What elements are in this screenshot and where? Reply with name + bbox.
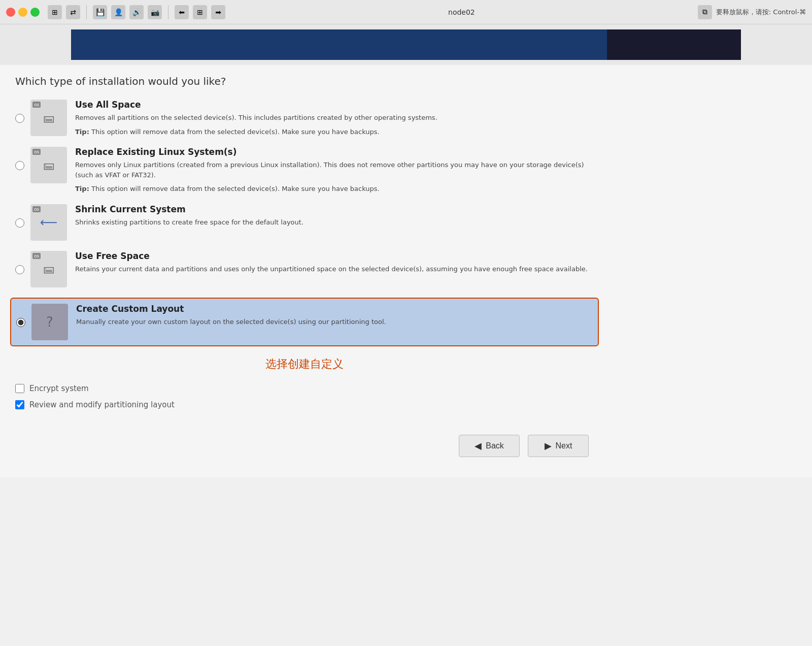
option-title-5: Create Custom Layout <box>76 304 593 314</box>
close-button[interactable] <box>6 8 15 17</box>
option-desc-5: Manually create your own custom layout o… <box>76 317 593 327</box>
tb-icon-2[interactable]: ⇄ <box>66 5 80 19</box>
tb-icon-7[interactable]: ⬅ <box>175 5 189 19</box>
tip-text-2: This option will remove data from the se… <box>89 185 380 192</box>
back-arrow-icon: ◀ <box>475 440 482 451</box>
option-tip-1: Tip: This option will remove data from t… <box>75 127 594 137</box>
bottom-buttons: ◀ Back ▶ Next <box>10 425 599 467</box>
traffic-lights <box>6 8 40 17</box>
tb-icon-5[interactable]: 🔊 <box>129 5 144 19</box>
radio-use-all-space[interactable] <box>15 114 24 123</box>
tip-text-1: This option will remove data from the se… <box>89 128 380 136</box>
option-title-3: Shrink Current System <box>75 204 594 214</box>
tb-icon-6[interactable]: 📷 <box>148 5 162 19</box>
option-text-4: Use Free Space Retains your current data… <box>75 251 594 278</box>
icon-shrink-current: os ⟵ <box>30 204 67 241</box>
checkbox-row-review: Review and modify partitioning layout <box>15 400 594 409</box>
icon-create-custom-layout: ? <box>31 304 68 340</box>
release-hint: 要释放鼠标，请按: Control-⌘ <box>716 8 806 17</box>
next-label: Next <box>556 441 572 450</box>
radio-replace-existing[interactable] <box>15 161 24 170</box>
option-text-5: Create Custom Layout Manually create you… <box>76 304 593 331</box>
option-title-1: Use All Space <box>75 100 594 110</box>
main-content: Which type of installation would you lik… <box>0 65 812 477</box>
hdd-icon-2: 🖴 <box>43 159 54 172</box>
review-partitioning-label: Review and modify partitioning layout <box>29 400 175 409</box>
radio-shrink-current[interactable] <box>15 218 24 228</box>
back-button[interactable]: ◀ Back <box>459 435 520 457</box>
tb-icon-8[interactable]: ⊞ <box>193 5 207 19</box>
option-use-free-space: os 🖴 Use Free Space Retains your current… <box>10 251 599 287</box>
option-title-4: Use Free Space <box>75 251 594 261</box>
os-label-3: os <box>32 206 41 212</box>
option-use-all-space: os 🖴 Use All Space Removes all partition… <box>10 100 599 137</box>
shrink-icon: ⟵ <box>40 215 57 230</box>
tb-icon-3[interactable]: 💾 <box>93 5 107 19</box>
progress-bar-fill <box>71 29 607 60</box>
tb-icon-9[interactable]: ➡ <box>211 5 225 19</box>
option-replace-existing: os 🖴 Replace Existing Linux System(s) Re… <box>10 147 599 194</box>
option-desc-4: Retains your current data and partitions… <box>75 264 594 274</box>
vm-title: node02 <box>229 8 694 16</box>
tb-icon-4[interactable]: 👤 <box>111 5 125 19</box>
option-desc-1: Removes all partitions on the selected d… <box>75 113 594 123</box>
encrypt-system-label: Encrypt system <box>29 384 89 393</box>
icon-use-all-space: os 🖴 <box>30 100 67 136</box>
progress-bar <box>71 29 741 60</box>
option-text-2: Replace Existing Linux System(s) Removes… <box>75 147 594 194</box>
checkbox-row-encrypt: Encrypt system <box>15 384 594 393</box>
option-desc-2: Removes only Linux partitions (created f… <box>75 160 594 180</box>
review-partitioning-checkbox[interactable] <box>15 400 24 409</box>
option-desc-3: Shrinks existing partitions to create fr… <box>75 217 594 228</box>
option-title-2: Replace Existing Linux System(s) <box>75 147 594 157</box>
radio-create-custom-layout[interactable] <box>16 318 25 327</box>
os-label-2: os <box>32 149 41 155</box>
option-tip-2: Tip: This option will remove data from t… <box>75 184 594 194</box>
maximize-button[interactable] <box>30 8 40 17</box>
radio-use-free-space[interactable] <box>15 265 24 274</box>
next-button[interactable]: ▶ Next <box>528 435 589 457</box>
tip-label-2: Tip: <box>75 185 89 192</box>
hdd-icon-4: 🖴 <box>43 263 54 275</box>
icon-use-free-space: os 🖴 <box>30 251 67 287</box>
titlebar: ⊞ ⇄ 💾 👤 🔊 📷 ⬅ ⊞ ➡ node02 ⧉ 要释放鼠标，请按: Con… <box>0 0 812 24</box>
encrypt-system-checkbox[interactable] <box>15 384 24 393</box>
option-create-custom-layout[interactable]: ? Create Custom Layout Manually create y… <box>10 298 599 346</box>
tb-icon-1[interactable]: ⊞ <box>48 5 62 19</box>
back-label: Back <box>486 441 504 450</box>
option-shrink-current: os ⟵ Shrink Current System Shrinks exist… <box>10 204 599 241</box>
option-text-3: Shrink Current System Shrinks existing p… <box>75 204 594 232</box>
next-arrow-icon: ▶ <box>545 440 552 451</box>
page-question: Which type of installation would you lik… <box>10 75 599 87</box>
os-label-4: os <box>32 253 41 259</box>
annotation-text: 选择创建自定义 <box>10 357 599 372</box>
os-label-1: os <box>32 102 41 108</box>
hdd-icon-1: 🖴 <box>43 112 54 124</box>
tb-separator-2 <box>168 5 168 19</box>
question-icon: ? <box>46 314 53 330</box>
minimize-button[interactable] <box>18 8 27 17</box>
tip-label-1: Tip: <box>75 128 89 136</box>
tb-icon-10[interactable]: ⧉ <box>698 5 712 19</box>
checkbox-section: Encrypt system Review and modify partiti… <box>10 384 599 409</box>
icon-replace-existing: os 🖴 <box>30 147 67 183</box>
tb-separator-1 <box>86 5 87 19</box>
content-area: Which type of installation would you lik… <box>0 65 609 477</box>
option-text-1: Use All Space Removes all partitions on … <box>75 100 594 137</box>
